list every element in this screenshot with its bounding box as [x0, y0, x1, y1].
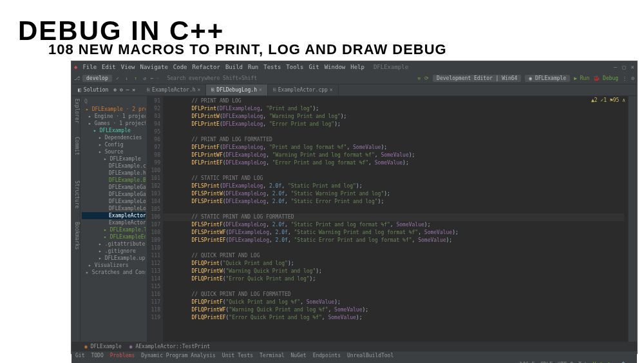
- tree-item[interactable]: DFLExample.h: [82, 170, 146, 177]
- tool-tab[interactable]: Commit: [71, 137, 80, 155]
- tree-item[interactable]: ▸ DFLExample.uproject: [82, 255, 146, 262]
- app-icon: ◆: [74, 64, 77, 70]
- tree-item[interactable]: ▸ Source: [82, 148, 146, 155]
- toolbar: ⎇ develop ✓ ↓ ↑ ↺ ← → Search everywhere …: [71, 73, 637, 84]
- editor-tab[interactable]: ⎘DFLDebugLog.h×: [206, 84, 267, 95]
- tree-item[interactable]: ▸ DFLExample · 2 projects: [82, 106, 146, 113]
- tree-item[interactable]: DFLExampleGameM: [82, 184, 146, 191]
- code-editor[interactable]: 9192939495969798991001011021031041051061…: [147, 96, 628, 342]
- menu-tools[interactable]: Tools: [286, 64, 303, 70]
- menu-view[interactable]: View: [121, 64, 135, 70]
- run-button[interactable]: ▶ Run: [574, 75, 589, 81]
- tree-item[interactable]: ▸ Games · 1 project: [82, 120, 146, 127]
- slide-subtitle: 108 NEW MACROS TO PRINT, LOG AND DRAW DE…: [48, 41, 447, 58]
- maximize-icon[interactable]: ▢: [622, 64, 625, 70]
- tree-item[interactable]: ▸ DFLExample: [82, 155, 146, 162]
- tree-item[interactable]: ▸ Engine · 1 project: [82, 113, 146, 120]
- tree-item[interactable]: ▸ Visualizers: [82, 262, 146, 269]
- tree-item[interactable]: ▸ .gitignore: [82, 248, 146, 255]
- target-combo[interactable]: ◉ DFLExample: [525, 75, 570, 82]
- inspection-indicator[interactable]: ▲2 ✓1 ⚑95 ∧: [591, 97, 625, 103]
- menu-bar: FileEditViewNavigateCodeRefactorBuildRun…: [82, 64, 364, 70]
- left-tool-strip[interactable]: ExplorerCommitStructureBookmarks: [71, 96, 80, 342]
- more-icon[interactable]: ⋮: [622, 75, 627, 81]
- bottom-tool-bar: GitTODOProblemsDynamic Program AnalysisU…: [71, 351, 637, 360]
- vcs-push-icon[interactable]: ↑: [133, 75, 139, 81]
- right-tool-strip[interactable]: [628, 96, 637, 342]
- tool-tab[interactable]: Explorer: [71, 99, 80, 124]
- tree-item[interactable]: ▸ DFLExample.Target.cs: [82, 226, 146, 233]
- tree-item[interactable]: DFLExample.cpp: [82, 162, 146, 170]
- settings-icon[interactable]: ⚙: [631, 75, 634, 81]
- menu-edit[interactable]: Edit: [102, 64, 116, 70]
- menu-build[interactable]: Build: [225, 64, 243, 70]
- bottom-tab[interactable]: Terminal: [260, 353, 285, 358]
- nav-back-icon[interactable]: ←: [151, 75, 154, 81]
- tree-item[interactable]: DFLExampleLog.h: [82, 205, 146, 212]
- tree-item[interactable]: ▸ Scratches and Consoles: [82, 269, 146, 276]
- tree-item[interactable]: ▸ Dependencies: [82, 134, 146, 141]
- close-icon[interactable]: ✕: [631, 64, 634, 70]
- bottom-tab[interactable]: Problems: [110, 353, 135, 358]
- menu-code[interactable]: Code: [173, 64, 187, 70]
- bottom-tab[interactable]: NuGet: [291, 353, 307, 358]
- editor-tab[interactable]: ⎘ExampleActor.h×: [142, 84, 206, 95]
- minimize-icon[interactable]: —: [614, 64, 617, 70]
- bottom-tab[interactable]: Endpoints: [313, 353, 341, 358]
- debug-button[interactable]: 🐞 Debug: [593, 75, 618, 81]
- tree-item[interactable]: DFLExampleGameM: [82, 191, 146, 198]
- tool-tab[interactable]: Structure: [71, 181, 80, 208]
- search-everywhere[interactable]: Search everywhere Shift+Shift: [167, 75, 257, 81]
- tree-item[interactable]: ▸ DFLExampleEditor.Tar: [82, 233, 146, 240]
- breadcrumb-bar[interactable]: ◉ DFLExample ◉ AExampleActor::TestPrint: [71, 342, 637, 351]
- gutter: 9192939495969798991001011021031041051061…: [147, 96, 163, 342]
- status-bar: 106:5 CRLF UTF-8 Tab V ⬡ ⬢ ⚙ 🔒 ⬚: [71, 360, 637, 363]
- menu-run[interactable]: Run: [248, 64, 258, 70]
- nav-fwd-icon[interactable]: →: [156, 75, 160, 81]
- tab-bar: ◧ Solution ⊕ ⊖ ⋯ ✕ ⎘ExampleActor.h×⎘DFLD…: [71, 84, 637, 96]
- tree-item[interactable]: DFLExampleLog.cp: [82, 198, 146, 205]
- tree-item[interactable]: ExampleActor.cpp: [82, 212, 146, 219]
- bottom-tab[interactable]: UnrealBuildTool: [347, 353, 393, 358]
- branch-combo[interactable]: develop: [82, 75, 112, 82]
- menu-refactor[interactable]: Refactor: [193, 64, 220, 70]
- menu-help[interactable]: Help: [350, 64, 365, 70]
- config-combo[interactable]: Development Editor | Win64: [433, 75, 521, 82]
- bottom-tab[interactable]: TODO: [91, 353, 103, 358]
- tree-search[interactable]: Q: [82, 97, 146, 106]
- vcs-commit-icon[interactable]: ↓: [124, 75, 130, 81]
- ide-window: ◆ FileEditViewNavigateCodeRefactorBuildR…: [71, 61, 638, 354]
- solution-panel-header[interactable]: ◧ Solution ⊕ ⊖ ⋯ ✕: [71, 84, 142, 95]
- bottom-tab[interactable]: Unit Tests: [222, 353, 253, 358]
- code-area[interactable]: // PRINT AND LOG DFLPrint(DFLExampleLog,…: [163, 96, 628, 342]
- vcs-update-icon[interactable]: ✓: [115, 75, 121, 81]
- app-name: DFLExample: [374, 64, 408, 70]
- menu-git[interactable]: Git: [308, 64, 319, 70]
- tree-item[interactable]: ▸ Config: [82, 141, 146, 148]
- tree-item[interactable]: ▸ .gitattributes: [82, 240, 146, 248]
- tool-tab[interactable]: Bookmarks: [71, 222, 80, 250]
- bottom-tab[interactable]: Git: [75, 353, 84, 358]
- bottom-tab[interactable]: Dynamic Program Analysis: [141, 353, 216, 358]
- sync-icon[interactable]: ⟳: [424, 75, 429, 81]
- tree-item[interactable]: DFLExample.Build.: [82, 177, 146, 184]
- tree-item[interactable]: ExampleActor.h: [82, 219, 146, 226]
- titlebar: ◆ FileEditViewNavigateCodeRefactorBuildR…: [71, 61, 637, 73]
- menu-window[interactable]: Window: [325, 64, 346, 70]
- menu-file[interactable]: File: [82, 64, 97, 70]
- vcs-history-icon[interactable]: ↺: [142, 75, 148, 81]
- build-icon[interactable]: ⚒: [417, 75, 421, 81]
- vcs-icon[interactable]: ⎇: [74, 75, 80, 81]
- tree-item[interactable]: ▸ DFLExample: [82, 127, 146, 134]
- menu-navigate[interactable]: Navigate: [140, 64, 167, 70]
- editor-tab[interactable]: ⎘ExampleActor.cpp×: [268, 84, 339, 95]
- menu-tests[interactable]: Tests: [263, 64, 281, 70]
- solution-tree[interactable]: Q ▸ DFLExample · 2 projects▸ Engine · 1 …: [80, 96, 147, 342]
